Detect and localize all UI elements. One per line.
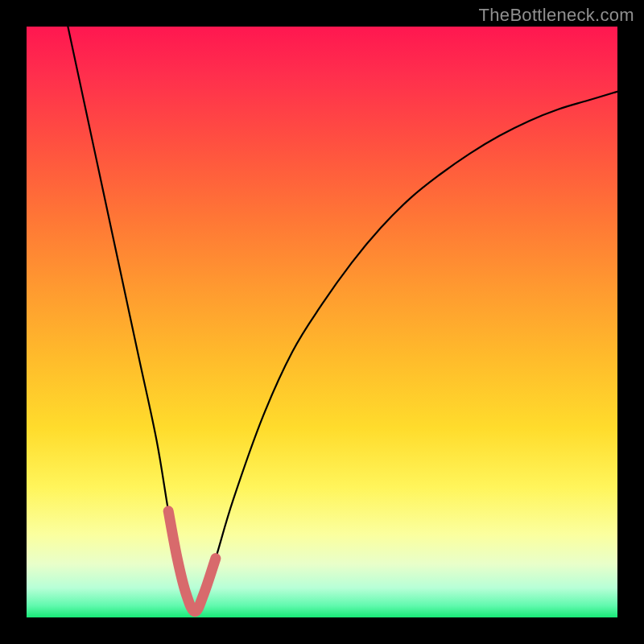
plot-area — [27, 27, 617, 617]
chart-frame: TheBottleneck.com — [0, 0, 644, 644]
highlight-band — [168, 511, 216, 612]
main-curve — [68, 27, 617, 612]
watermark-text: TheBottleneck.com — [479, 5, 634, 26]
curve-svg — [27, 27, 617, 617]
